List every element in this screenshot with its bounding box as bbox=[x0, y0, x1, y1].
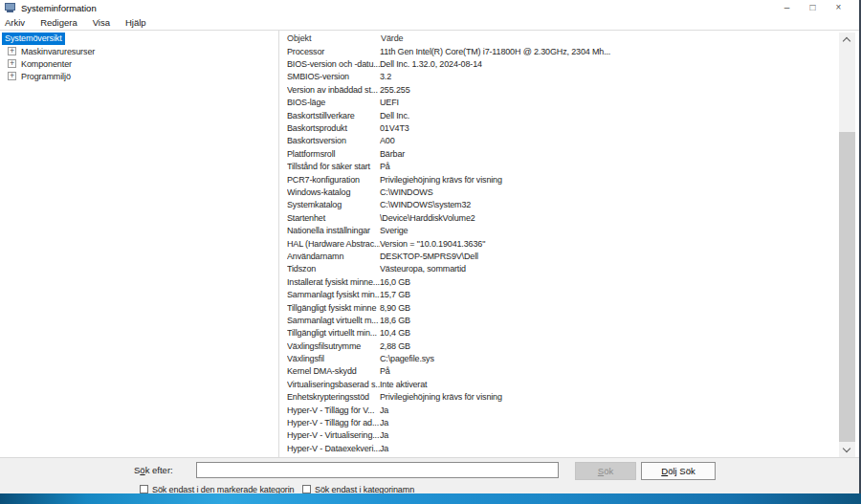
item-cell: Tillgängligt fysiskt minne bbox=[287, 303, 380, 313]
category-tree: Systemöversikt + Maskinvaruresurser + Ko… bbox=[0, 31, 279, 457]
item-cell: Användarnamn bbox=[287, 252, 380, 261]
expand-plus-icon[interactable]: + bbox=[8, 47, 16, 55]
value-cell: På bbox=[380, 366, 837, 376]
table-row[interactable]: EnhetskrypteringsstödPrivilegiehöjning k… bbox=[280, 391, 837, 404]
value-cell: Sverige bbox=[380, 226, 837, 235]
value-cell: Ja bbox=[380, 444, 837, 453]
column-header-objekt[interactable]: Objekt bbox=[287, 33, 311, 45]
table-row[interactable]: BIOS-lägeUEFI bbox=[280, 97, 837, 109]
table-row[interactable]: BIOS-version och -datu...Dell Inc. 1.32.… bbox=[280, 57, 837, 70]
hide-search-button[interactable]: Dölj Sök bbox=[641, 462, 716, 480]
value-cell: 10,4 GB bbox=[380, 328, 837, 338]
value-cell: På bbox=[380, 162, 837, 171]
table-row[interactable]: Virtualiseringsbaserad s...Inte aktivera… bbox=[280, 378, 837, 390]
table-row[interactable]: Tillstånd för säker startPå bbox=[280, 161, 837, 173]
table-row[interactable]: BaskortstillverkareDell Inc. bbox=[280, 109, 837, 121]
table-row[interactable]: Processor11th Gen Intel(R) Core(TM) i7-1… bbox=[280, 45, 837, 57]
table-row[interactable]: Tillgängligt fysiskt minne8,90 GB bbox=[280, 301, 837, 314]
item-cell: Version av inbäddad st... bbox=[287, 85, 380, 95]
value-cell: C:\WINDOWS bbox=[380, 187, 837, 197]
tree-item-programmiljo[interactable]: + Programmiljö bbox=[8, 70, 71, 82]
table-row[interactable]: PlattformsrollBärbar bbox=[280, 147, 837, 160]
info-table-body: Processor11th Gen Intel(R) Core(TM) i7-1… bbox=[280, 45, 837, 457]
scroll-up-button[interactable] bbox=[839, 33, 855, 47]
checkbox-label: Sök endast i den markerade kategorin bbox=[152, 485, 295, 494]
table-row[interactable]: HAL (Hardware Abstrac...Version = "10.0.… bbox=[280, 237, 837, 250]
table-row[interactable]: Baskortsprodukt01V4T3 bbox=[280, 121, 837, 134]
table-row[interactable]: AnvändarnamnDESKTOP-5MPRS9V\Dell bbox=[280, 250, 837, 262]
table-row[interactable]: TidszonVästeuropa, sommartid bbox=[280, 263, 837, 275]
table-row[interactable]: SMBIOS-version3.2 bbox=[280, 71, 837, 83]
vertical-scrollbar[interactable] bbox=[839, 33, 855, 457]
search-input[interactable] bbox=[196, 462, 559, 478]
expand-plus-icon[interactable]: + bbox=[8, 72, 16, 80]
table-row[interactable]: Installerat fysiskt minne...16,0 GB bbox=[280, 275, 837, 288]
value-cell: Västeuropa, sommartid bbox=[380, 264, 837, 274]
value-cell: Privilegiehöjning krävs för visning bbox=[380, 392, 837, 402]
item-cell: Hyper-V - Virtualisering... bbox=[287, 430, 380, 440]
scrollbar-thumb[interactable] bbox=[839, 132, 855, 442]
expand-plus-icon[interactable]: + bbox=[8, 59, 16, 68]
table-row[interactable]: VäxlingsfilC:\pagefile.sys bbox=[280, 352, 837, 364]
item-cell: Systemkatalog bbox=[287, 200, 380, 209]
table-row[interactable]: SystemkatalogC:\WINDOWS\system32 bbox=[280, 199, 837, 211]
table-row[interactable]: BaskortsversionA00 bbox=[280, 135, 837, 147]
value-cell: Ja bbox=[380, 405, 837, 415]
column-header-varde[interactable]: Värde bbox=[381, 33, 404, 45]
value-cell: 255.255 bbox=[380, 85, 837, 95]
table-row[interactable]: Växlingsfilsutrymme2,88 GB bbox=[280, 340, 837, 352]
value-cell: 15,7 GB bbox=[380, 290, 837, 299]
menu-item-redigera[interactable]: Redigera bbox=[33, 16, 85, 30]
value-cell: 16,0 GB bbox=[380, 277, 837, 287]
checkbox-icon[interactable] bbox=[140, 485, 148, 493]
list-header: Objekt Värde bbox=[280, 33, 837, 45]
maximize-icon[interactable]: □ bbox=[800, 0, 826, 16]
value-cell: \Device\HarddiskVolume2 bbox=[380, 213, 837, 223]
chevron-down-icon bbox=[843, 445, 850, 452]
search-button[interactable]: Sök bbox=[575, 462, 636, 480]
menu-item-arkiv[interactable]: Arkiv bbox=[0, 16, 33, 30]
item-cell: PCR7-konfiguration bbox=[287, 175, 380, 185]
tree-item-maskinvaruresurser[interactable]: + Maskinvaruresurser bbox=[8, 45, 95, 57]
app-icon bbox=[5, 3, 16, 13]
table-row[interactable]: Windows-katalogC:\WINDOWS bbox=[280, 186, 837, 198]
value-cell: DESKTOP-5MPRS9V\Dell bbox=[380, 252, 837, 261]
item-cell: Tidszon bbox=[287, 264, 380, 274]
menu-item-visa[interactable]: Visa bbox=[85, 16, 118, 30]
item-cell: HAL (Hardware Abstrac... bbox=[287, 239, 380, 249]
item-cell: Hyper-V - Tillägg för V... bbox=[287, 405, 380, 415]
detail-list: Objekt Värde Processor11th Gen Intel(R) … bbox=[280, 31, 837, 457]
close-icon[interactable]: × bbox=[826, 0, 851, 16]
table-row[interactable]: Hyper-V - Dataexekveri...Ja bbox=[280, 442, 837, 454]
minimize-icon[interactable]: – bbox=[774, 0, 800, 16]
table-row[interactable]: Startenhet\Device\HarddiskVolume2 bbox=[280, 211, 837, 224]
item-cell: Sammanlagt virtuellt m... bbox=[287, 316, 380, 325]
menu-item-hjalp[interactable]: Hjälp bbox=[118, 16, 154, 30]
table-row[interactable]: Tillgängligt virtuellt min...10,4 GB bbox=[280, 327, 837, 340]
table-row[interactable]: Sammanlagt virtuellt m...18,6 GB bbox=[280, 314, 837, 326]
title-bar[interactable]: Systeminformation – □ × bbox=[0, 0, 859, 16]
item-cell: Enhetskrypteringsstöd bbox=[287, 392, 380, 402]
table-row[interactable]: Sammanlagt fysiskt min...15,7 GB bbox=[280, 288, 837, 300]
scroll-down-button[interactable] bbox=[839, 443, 855, 457]
item-cell: Nationella inställningar bbox=[287, 226, 380, 235]
table-row[interactable]: Version av inbäddad st...255.255 bbox=[280, 83, 837, 96]
item-cell: Windows-katalog bbox=[287, 187, 380, 197]
item-cell: Baskortsprodukt bbox=[287, 123, 380, 133]
table-row[interactable]: Nationella inställningarSverige bbox=[280, 224, 837, 236]
value-cell: UEFI bbox=[380, 98, 837, 107]
table-row[interactable]: Hyper-V - Tillägg för ad...Ja bbox=[280, 416, 837, 428]
tree-item-label: Programmiljö bbox=[21, 72, 71, 81]
tree-item-komponenter[interactable]: + Komponenter bbox=[8, 57, 72, 70]
item-cell: Processor bbox=[287, 47, 380, 56]
table-row[interactable]: PCR7-konfigurationPrivilegiehöjning kräv… bbox=[280, 173, 837, 186]
value-cell: A00 bbox=[380, 136, 837, 145]
checkbox-icon[interactable] bbox=[302, 485, 311, 493]
tree-item-label: Komponenter bbox=[21, 59, 72, 69]
table-row[interactable]: Kernel DMA-skyddPå bbox=[280, 365, 837, 378]
table-row[interactable]: Hyper-V - Tillägg för V...Ja bbox=[280, 404, 837, 416]
tree-item-systemoversikt[interactable]: Systemöversikt bbox=[2, 33, 65, 45]
table-row[interactable]: Hyper-V - Virtualisering...Ja bbox=[280, 429, 837, 442]
value-cell: Inte aktiverat bbox=[380, 380, 837, 389]
item-cell: Baskortsversion bbox=[287, 136, 380, 145]
